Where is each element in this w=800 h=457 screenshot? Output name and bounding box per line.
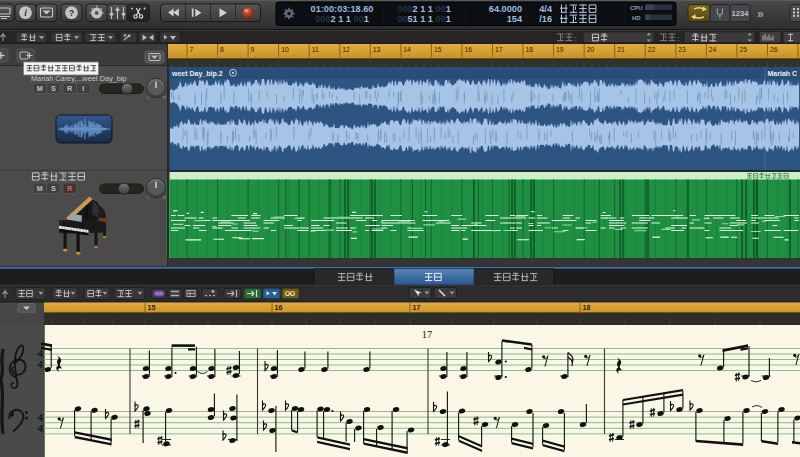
svg-text:17: 17 bbox=[495, 46, 503, 53]
svg-text:/16: /16 bbox=[539, 14, 552, 24]
svg-text:11: 11 bbox=[312, 46, 319, 53]
svg-text:4: 4 bbox=[37, 422, 43, 434]
svg-text:64.0000: 64.0000 bbox=[489, 4, 522, 14]
svg-text:4: 4 bbox=[37, 411, 43, 423]
svg-text:R: R bbox=[163, 195, 166, 200]
svg-text:15: 15 bbox=[148, 304, 156, 311]
svg-text:16: 16 bbox=[464, 46, 472, 53]
svg-text:R: R bbox=[163, 95, 166, 100]
svg-text:S: S bbox=[51, 184, 56, 193]
svg-text:19: 19 bbox=[556, 46, 564, 53]
svg-text::: : bbox=[678, 34, 680, 43]
svg-text:25: 25 bbox=[739, 46, 747, 53]
svg-text:24: 24 bbox=[709, 46, 717, 53]
svg-text:7: 7 bbox=[190, 46, 194, 53]
svg-text:18: 18 bbox=[526, 46, 534, 53]
svg-text:0051 1 1 001: 0051 1 1 001 bbox=[397, 14, 451, 24]
svg-text:26: 26 bbox=[770, 46, 778, 53]
svg-text:14: 14 bbox=[403, 46, 411, 53]
svg-text:R: R bbox=[67, 184, 73, 193]
svg-text:8: 8 bbox=[220, 46, 224, 53]
svg-text:17: 17 bbox=[413, 304, 421, 311]
svg-text:?: ? bbox=[69, 8, 75, 18]
svg-text:18: 18 bbox=[583, 304, 591, 311]
svg-text:0002 1 1 001: 0002 1 1 001 bbox=[397, 4, 451, 14]
svg-text:12: 12 bbox=[342, 46, 350, 53]
svg-text:1234: 1234 bbox=[732, 9, 750, 18]
svg-text:Mariah C: Mariah C bbox=[768, 70, 798, 77]
svg-text:»: » bbox=[757, 7, 764, 21]
svg-text:R: R bbox=[67, 84, 73, 93]
svg-text:M: M bbox=[37, 184, 43, 193]
svg-text:21: 21 bbox=[617, 46, 625, 53]
svg-text:17: 17 bbox=[422, 329, 433, 340]
svg-text:16: 16 bbox=[275, 304, 283, 311]
svg-text:10: 10 bbox=[281, 46, 289, 53]
svg-text:i: i bbox=[24, 8, 27, 18]
svg-text:CPU: CPU bbox=[630, 5, 643, 11]
svg-text:22: 22 bbox=[648, 46, 656, 53]
svg-text:13: 13 bbox=[373, 46, 381, 53]
svg-text:154: 154 bbox=[507, 14, 523, 24]
svg-text:M: M bbox=[37, 84, 43, 93]
svg-text:15: 15 bbox=[434, 46, 442, 53]
svg-text:01:00:03:18.60: 01:00:03:18.60 bbox=[311, 4, 374, 14]
svg-text:23: 23 bbox=[678, 46, 686, 53]
svg-text::: : bbox=[575, 34, 577, 43]
svg-text:S: S bbox=[51, 84, 56, 93]
svg-text:20: 20 bbox=[587, 46, 595, 53]
svg-text:9: 9 bbox=[251, 46, 255, 53]
svg-text:4: 4 bbox=[37, 358, 43, 370]
svg-text:0002 1 1 001: 0002 1 1 001 bbox=[315, 14, 369, 24]
svg-text:I: I bbox=[82, 84, 84, 93]
svg-text:HD: HD bbox=[632, 15, 641, 21]
svg-text:weet Day_bip.2: weet Day_bip.2 bbox=[171, 70, 223, 78]
svg-text:4/4: 4/4 bbox=[539, 4, 553, 14]
